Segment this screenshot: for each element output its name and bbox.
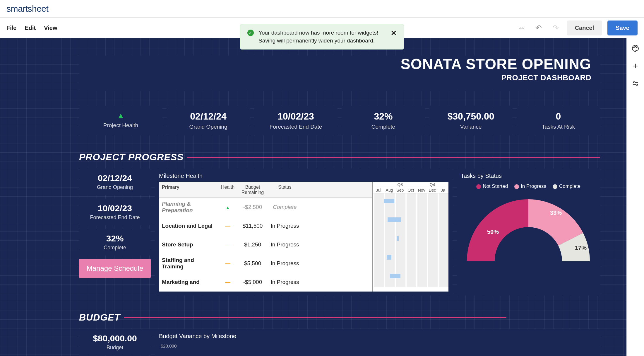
tasks-by-status-widget[interactable]: Tasks by Status Not Started In Progress … — [457, 168, 600, 296]
milestone-health-widget[interactable]: Milestone Health Primary Health Budget R… — [155, 168, 453, 296]
dashboard-canvas[interactable]: SONATA STORE OPENING PROJECT DASHBOARD ▲… — [0, 38, 626, 356]
resize-icon[interactable]: ↔ — [516, 22, 527, 34]
menu-edit[interactable]: Edit — [25, 25, 36, 31]
triangle-up-icon: ▲ — [82, 111, 160, 120]
menu-file[interactable]: File — [6, 25, 16, 31]
section-budget-header: BUDGET — [79, 312, 506, 323]
dashboard-title: SONATA STORE OPENING — [79, 56, 591, 73]
table-header: Primary Health Budget Remaining Status — [159, 182, 372, 198]
add-widget-icon[interactable]: + — [631, 62, 640, 70]
app-logo: smartsheet — [6, 4, 48, 14]
legend-dot — [514, 184, 519, 189]
table-row[interactable]: Location and Legal — $11,500 In Progress — [159, 217, 372, 235]
section-progress-header: PROJECT PROGRESS — [79, 152, 600, 163]
stat-complete[interactable]: 32% Complete — [79, 229, 151, 255]
svg-point-1 — [635, 46, 636, 47]
divider — [124, 317, 506, 318]
notification-text: Your dashboard now has more room for wid… — [258, 29, 378, 45]
gantt-chart[interactable]: Q3 Q4 Jul Aug Sep Oct Nov Dec Ja — [372, 182, 448, 292]
budget-variance-chart[interactable]: Budget Variance by Milestone $20,000 $10… — [155, 329, 600, 356]
kpi-complete[interactable]: 32% Complete — [342, 106, 425, 135]
widget-title: Tasks by Status — [461, 173, 596, 179]
section-title: PROJECT PROGRESS — [79, 152, 184, 163]
widget-title: Budget Variance by Milestone — [159, 333, 596, 340]
table-row[interactable]: Store Setup — $1,250 In Progress — [159, 235, 372, 254]
kpi-variance[interactable]: $30,750.00 Variance — [429, 106, 513, 135]
dashboard-subtitle: PROJECT DASHBOARD — [79, 73, 591, 82]
top-bar: smartsheet — [0, 0, 644, 18]
legend-dot — [476, 184, 481, 189]
kpi-label: Project Health — [82, 122, 160, 129]
section-title: BUDGET — [79, 312, 120, 323]
manage-schedule-button[interactable]: Manage Schedule — [79, 259, 151, 278]
theme-icon[interactable] — [631, 44, 640, 53]
notification-toast: ✓ Your dashboard now has more room for w… — [240, 24, 404, 50]
kpi-tasks-at-risk[interactable]: 0 Tasks At Risk — [517, 106, 600, 135]
dash-icon: — — [225, 242, 230, 248]
table-row[interactable]: Staffing and Training — $5,500 In Progre… — [159, 254, 372, 273]
divider — [187, 157, 600, 158]
donut-chart: 50% 33% 17% — [461, 193, 596, 267]
svg-rect-5 — [634, 82, 635, 83]
redo-icon[interactable]: ↷ — [550, 22, 561, 34]
chart-legend: Not Started In Progress Complete — [461, 183, 596, 189]
table-row[interactable]: Planning & Preparation ▲ -$2,500 Complet… — [159, 198, 372, 217]
right-rail: + — [626, 38, 644, 356]
save-button[interactable]: Save — [607, 21, 638, 35]
stat-forecasted-end[interactable]: 10/02/23 Forecasted End Date — [79, 199, 151, 225]
svg-point-0 — [633, 47, 634, 48]
dash-icon: — — [225, 260, 230, 266]
svg-point-2 — [636, 47, 637, 48]
kpi-forecasted-end[interactable]: 10/02/23 Forecasted End Date — [254, 106, 338, 135]
settings-sliders-icon[interactable] — [631, 79, 640, 88]
stat-grand-opening[interactable]: 02/12/24 Grand Opening — [79, 168, 151, 195]
table-row[interactable]: Marketing and — -$5,000 In Progress — [159, 273, 372, 292]
legend-dot — [553, 184, 557, 189]
check-circle-icon: ✓ — [247, 30, 254, 36]
dash-icon: — — [225, 223, 230, 229]
header-widget[interactable]: SONATA STORE OPENING PROJECT DASHBOARD — [79, 56, 600, 91]
kpi-row: ▲ Project Health 02/12/24 Grand Opening … — [79, 106, 600, 135]
triangle-up-icon: ▲ — [226, 205, 230, 210]
svg-rect-6 — [636, 84, 637, 85]
menu-view[interactable]: View — [44, 25, 57, 31]
kpi-project-health[interactable]: ▲ Project Health — [79, 106, 162, 135]
stat-budget[interactable]: $80,000.00 Budget — [79, 329, 151, 355]
undo-icon[interactable]: ↶ — [533, 22, 544, 34]
close-icon[interactable]: ✕ — [391, 29, 397, 37]
widget-title: Milestone Health — [159, 173, 448, 179]
cancel-button[interactable]: Cancel — [567, 21, 602, 35]
dash-icon: — — [225, 279, 230, 285]
kpi-grand-opening[interactable]: 02/12/24 Grand Opening — [167, 106, 250, 135]
